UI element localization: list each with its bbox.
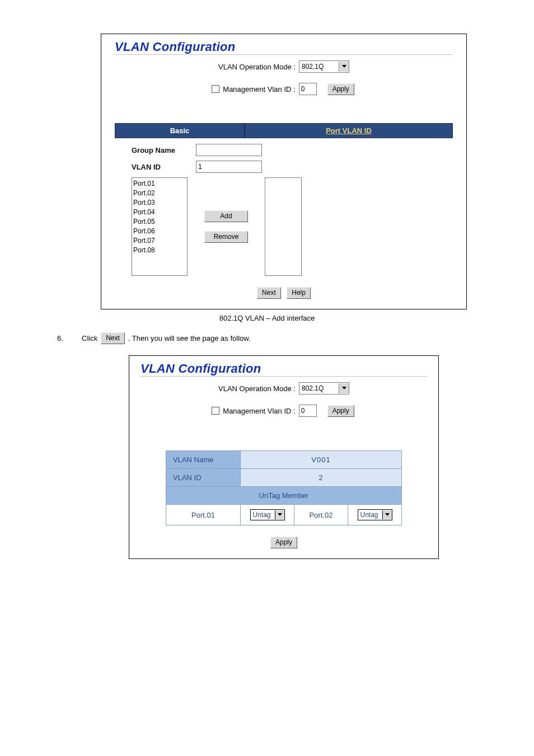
management-vlan-input[interactable]: [299, 405, 317, 417]
available-ports-list[interactable]: Port.01Port.02Port.03Port.04Port.05Port.…: [132, 177, 188, 276]
operation-mode-value: 802.1Q: [299, 384, 339, 393]
management-vlan-label: Management Vlan ID :: [223, 85, 295, 93]
apply-button[interactable]: Apply: [327, 405, 354, 417]
tag-mode-select[interactable]: Untag: [358, 509, 392, 520]
vlan-add-interface-screenshot: VLAN Configuration VLAN Operation Mode :…: [101, 34, 467, 309]
untag-member-header: UnTag Member: [166, 487, 402, 505]
vlan-id-label: VLAN ID: [166, 469, 241, 487]
page-heading: VLAN Configuration: [140, 361, 427, 377]
chevron-down-icon: [339, 383, 349, 393]
tag-mode-value: Untag: [358, 510, 382, 519]
selected-ports-list[interactable]: [265, 177, 302, 276]
chevron-down-icon: [275, 510, 284, 519]
group-name-label: Group Name: [132, 146, 196, 154]
figure-caption: 802.1Q VLAN – Add interface: [34, 314, 500, 322]
vlan-result-table: VLAN Name V001 VLAN ID 2 UnTag Member Po…: [166, 450, 402, 525]
tag-mode-value: Untag: [251, 510, 275, 519]
apply-button[interactable]: Apply: [270, 537, 297, 548]
tag-mode-select[interactable]: Untag: [250, 509, 285, 520]
operation-mode-value: 802.1Q: [299, 62, 339, 71]
vlan-tabstrip: Basic Port VLAN ID: [115, 123, 453, 138]
tab-port-vlan-id[interactable]: Port VLAN ID: [245, 123, 453, 138]
step-text-pre: Click: [82, 334, 97, 342]
list-item[interactable]: Port.06: [133, 227, 186, 236]
list-item[interactable]: Port.01: [133, 179, 186, 189]
step-number: 6.: [57, 334, 82, 342]
list-item[interactable]: Port.08: [133, 246, 186, 255]
tab-basic[interactable]: Basic: [115, 123, 245, 138]
apply-button[interactable]: Apply: [327, 83, 354, 95]
list-item[interactable]: Port.03: [133, 198, 186, 208]
operation-mode-select[interactable]: 802.1Q: [299, 60, 349, 73]
svg-marker-0: [342, 65, 346, 68]
list-item[interactable]: Port.05: [133, 217, 186, 227]
list-item[interactable]: Port.04: [133, 208, 186, 217]
operation-mode-label: VLAN Operation Mode :: [218, 384, 296, 393]
group-name-input[interactable]: [196, 144, 262, 156]
instruction-step: 6. Click Next . Then you will see the pa…: [57, 332, 500, 344]
operation-mode-select[interactable]: 802.1Q: [299, 382, 349, 395]
vlan-untag-member-screenshot: VLAN Configuration VLAN Operation Mode :…: [129, 355, 439, 559]
help-button[interactable]: Help: [287, 287, 311, 299]
svg-marker-3: [385, 513, 390, 516]
page-heading: VLAN Configuration: [115, 40, 453, 55]
vlan-name-label: VLAN Name: [166, 451, 241, 469]
svg-marker-1: [342, 387, 346, 389]
chevron-down-icon: [339, 62, 349, 72]
port-cell: Port.01: [166, 505, 241, 525]
list-item[interactable]: Port.02: [133, 189, 186, 198]
svg-marker-2: [278, 513, 282, 516]
management-vlan-input[interactable]: [299, 83, 317, 95]
list-item[interactable]: Port.07: [133, 236, 186, 246]
step-text-post: . Then you will see the page as follow.: [128, 334, 251, 342]
chevron-down-icon: [382, 510, 392, 519]
management-vlan-checkbox[interactable]: [212, 407, 219, 415]
next-button[interactable]: Next: [257, 287, 281, 299]
vlan-id-value: 2: [241, 469, 402, 487]
add-port-button[interactable]: Add: [204, 210, 248, 222]
operation-mode-label: VLAN Operation Mode :: [218, 63, 296, 71]
vlan-id-input[interactable]: [196, 161, 262, 173]
remove-port-button[interactable]: Remove: [204, 231, 248, 243]
management-vlan-label: Management Vlan ID :: [223, 407, 295, 415]
vlan-id-label: VLAN ID: [132, 163, 196, 171]
management-vlan-checkbox[interactable]: [212, 85, 219, 93]
port-cell: Port.02: [294, 505, 348, 525]
vlan-name-value: V001: [241, 451, 402, 469]
inline-next-button: Next: [101, 332, 125, 344]
